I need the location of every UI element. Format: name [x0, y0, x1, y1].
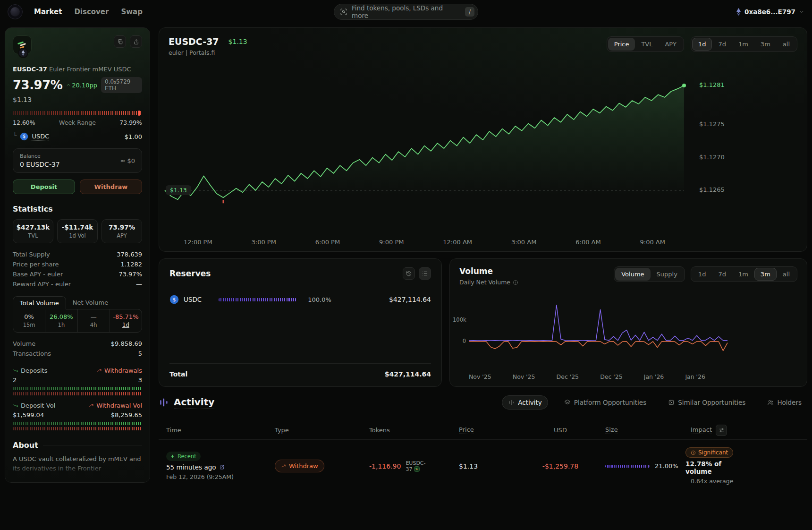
stat-box-1d-vol: -$11.74k1d Vol — [57, 219, 98, 243]
list-view-button[interactable] — [419, 267, 431, 280]
search-shortcut-key: / — [465, 7, 474, 17]
underlying-symbol: USDC — [32, 133, 49, 141]
token-sidebar: EUSDC-37 Euler Frontier mMEV USDC 73.97%… — [5, 27, 150, 483]
withdraw-button[interactable]: Withdraw — [80, 180, 142, 194]
activity-tab-holders[interactable]: Holders — [761, 396, 807, 409]
chart-current-price: $1.13 — [228, 38, 247, 45]
timeframe-4h[interactable]: —4h — [77, 309, 110, 332]
timeframe-label: 1d — [110, 322, 142, 328]
impact-average: 0.64x average — [691, 478, 733, 485]
table-header-row: TimeTypeTokensPriceUSDSizeImpact — [159, 421, 807, 440]
reserve-row[interactable]: $ USDC 100.0% $427,114.64 — [169, 295, 431, 304]
divider — [43, 445, 142, 445]
volume-tab-total-volume[interactable]: Total Volume — [13, 296, 66, 309]
timeframe-1h[interactable]: 26.08%1h — [45, 309, 77, 332]
main-nav: MarketDiscoverSwap — [34, 8, 143, 16]
column-header-impact[interactable]: Impact — [685, 425, 727, 436]
table-row[interactable]: Recent 55 minutes ago Feb 12, 2026 (9:25… — [159, 440, 807, 492]
time-absolute: Feb 12, 2026 (9:25AM) — [166, 473, 275, 480]
volume-mode-tab-supply[interactable]: Supply — [651, 268, 684, 281]
stat-row-value: 73.97% — [118, 269, 142, 279]
stat-rows: Total Supply378,639Price per share1.1282… — [13, 249, 142, 289]
underlying-token-row[interactable]: └ $ USDC $1.00 — [13, 132, 142, 141]
range-tab-1m[interactable]: 1m — [732, 38, 754, 51]
stat-box-apy: 73.97%APY — [102, 219, 142, 243]
token-full-name: Euler Frontier mMEV USDC — [49, 66, 131, 73]
activity-tab-similar-opportunities[interactable]: Similar Opportunities — [662, 396, 751, 409]
reserve-token: USDC — [184, 296, 202, 303]
metric-tab-tvl[interactable]: TVL — [635, 38, 659, 51]
search-placeholder: Find tokens, pools, LSDs and more — [352, 4, 461, 19]
summary-label: Volume — [13, 339, 35, 349]
stat-row: Price per share1.1282 — [13, 259, 142, 269]
token-name: EUSDC-37 Euler Frontier mMEV USDC — [13, 66, 142, 73]
nav-item-discover[interactable]: Discover — [74, 8, 109, 16]
column-header-size[interactable]: Size — [605, 426, 685, 434]
metric-tab-apy[interactable]: APY — [659, 38, 682, 51]
week-range-label: Week Range — [59, 119, 96, 126]
price-line-chart[interactable] — [165, 56, 684, 232]
volume-title: Volume — [459, 266, 518, 276]
metric-tab-price[interactable]: Price — [608, 38, 635, 51]
impact-filter-button[interactable] — [716, 425, 727, 436]
divider — [58, 209, 142, 209]
topbar: MarketDiscoverSwap Find tokens, pools, L… — [0, 0, 812, 24]
column-header-label: Price — [459, 426, 474, 434]
token-price-usd: $1.13 — [13, 96, 142, 103]
withdrawal-vol-header: Withdrawal Vol — [88, 401, 142, 410]
range-tab-1d[interactable]: 1d — [692, 38, 712, 51]
wallet-button[interactable]: 0xa8e6...E797 — [736, 8, 804, 16]
apy-change-value: 20.10pp — [72, 82, 97, 89]
volume-range-tab-all[interactable]: all — [777, 268, 796, 281]
volume-range-tab-3m[interactable]: 3m — [754, 268, 777, 281]
deposit-button[interactable]: Deposit — [13, 180, 75, 194]
copy-address-button[interactable] — [114, 35, 126, 48]
stat-value: -$11.74k — [59, 223, 95, 231]
usd-cell: -$1,259.78 — [516, 462, 605, 470]
history-button[interactable] — [403, 267, 415, 280]
column-header-time: Time — [166, 427, 275, 434]
volume-range-tab-1m[interactable]: 1m — [732, 268, 754, 281]
arrow-up-right-icon — [96, 368, 102, 374]
tokens-cell: -1,116.90 EUSDC- 37 — [369, 460, 459, 472]
timeframe-value: — — [78, 313, 110, 320]
nav-item-swap[interactable]: Swap — [121, 8, 143, 16]
app-logo[interactable] — [8, 4, 23, 19]
timeframe-value: 26.08% — [45, 313, 77, 320]
volume-range-tab-1d[interactable]: 1d — [692, 268, 712, 281]
stat-row-value: 1.1282 — [121, 259, 143, 269]
withdrawals-header: Withdrawals — [96, 366, 142, 376]
statistics-title: Statistics — [13, 205, 53, 214]
activity-table: TimeTypeTokensPriceUSDSizeImpact Recent … — [159, 421, 807, 492]
arrow-down-right-icon — [13, 403, 18, 409]
timeframe-15m[interactable]: 0%15m — [13, 309, 45, 332]
nav-item-market[interactable]: Market — [34, 8, 62, 16]
timeframe-label: 1h — [45, 322, 77, 328]
range-tab-3m[interactable]: 3m — [754, 38, 777, 51]
token-amount: -1,116.90 — [369, 462, 401, 470]
deposit-vol-bar — [13, 422, 142, 425]
layers-icon — [564, 399, 571, 406]
external-link-icon[interactable] — [219, 464, 225, 470]
chart-title: EUSDC-37 — [169, 36, 219, 47]
timeframe-1d[interactable]: -85.71%1d — [110, 309, 142, 332]
range-tab-7d[interactable]: 7d — [712, 38, 732, 51]
stat-value: 73.97% — [104, 223, 140, 231]
volume-mode-tab-volume[interactable]: Volume — [615, 268, 650, 281]
deposit-vol-label: Deposit Vol — [21, 401, 55, 410]
volume-range-tab-7d[interactable]: 7d — [712, 268, 732, 281]
balance-usd: ≈ $0 — [120, 157, 135, 164]
stat-row: Reward APY - euler— — [13, 279, 142, 289]
share-button[interactable] — [130, 35, 142, 48]
column-header-price[interactable]: Price — [459, 426, 516, 434]
range-tab-all[interactable]: all — [777, 38, 796, 51]
info-icon — [513, 280, 518, 285]
volume-tab-net-volume[interactable]: Net Volume — [66, 296, 115, 309]
activity-tab-activity[interactable]: Activity — [502, 395, 548, 410]
volume-line-chart[interactable] — [469, 300, 727, 362]
activity-tab-platform-opportunities[interactable]: Platform Opportunities — [558, 396, 652, 409]
elbow-connector-icon: └ — [13, 132, 17, 139]
timeframe-value: -85.71% — [110, 313, 142, 320]
deposits-count: 2 — [13, 376, 17, 385]
search-input[interactable]: Find tokens, pools, LSDs and more / — [334, 4, 478, 20]
